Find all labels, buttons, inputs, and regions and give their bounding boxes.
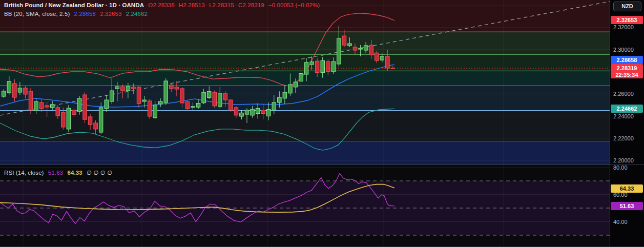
rsi-indicator-header: RSI (14, close) 51.63 64.33 ∅ ∅ ∅ ∅ [4,169,115,176]
rsi-value: 51.63 [48,170,63,176]
rsi-pane[interactable] [0,165,610,246]
bb-lower-badge: 2.24662 [611,105,643,113]
price-axis-label: 2.30000 [613,47,634,53]
candle [83,92,87,123]
candle [229,99,233,112]
rsi-ma-badge: 64.33 [611,184,643,193]
ohlc-low: L2.28315 [209,2,234,8]
bb-basis-badge: 2.28658 [611,56,643,64]
rsi-empty-slots: ∅ ∅ ∅ ∅ [87,170,112,176]
bb-lower-value: 2.24662 [126,11,148,17]
currency-toggle-button[interactable]: NZD [613,2,641,11]
bb-upper-value: 2.32653 [100,11,121,17]
ohlc-high: H2.28513 [179,2,205,8]
price-pane[interactable] [0,0,610,164]
ohlc-open: O2.28338 [148,2,174,8]
bb-label[interactable]: BB (20, SMA, close, 2.5) [4,11,70,17]
candle [148,99,152,119]
price-zone [0,141,610,164]
price-axis-label: 2.32000 [613,24,634,30]
symbol-header: British Pound / New Zealand Dollar · 1D … [4,2,322,8]
price-zone [0,32,610,54]
rsi-chart-svg[interactable] [0,165,610,246]
price-zone [0,111,610,141]
bottom-divider[interactable] [0,246,644,246]
bb-basis-value: 2.28658 [74,11,96,17]
rsi-axis-label: 80.00 [613,164,628,171]
pane-divider[interactable] [0,164,644,165]
symbol-title[interactable]: British Pound / New Zealand Dollar · 1D … [4,2,144,8]
candle [213,91,217,108]
axis-divider [610,0,610,247]
price-axis-label: 2.26000 [613,91,634,97]
trading-chart-window: 2.320002.300002.260002.240002.220002.200… [0,0,644,247]
rsi-value-badge: 51.63 [611,202,643,210]
rsi-band [0,181,610,235]
ohlc-close: C2.28319 [238,2,264,8]
rsi-label[interactable]: RSI (14, close) [4,170,44,176]
candle [164,78,168,105]
candle [77,96,81,115]
rsi-ma-value: 64.33 [67,170,82,176]
bb-indicator-header: BB (20, SMA, close, 2.5) 2.28658 2.32653… [4,11,150,17]
bb-upper-badge: 2.32653 [611,16,643,24]
price-axis[interactable]: 2.320002.300002.260002.240002.220002.200… [610,0,644,247]
price-change: −0.00053 (−0.02%) [268,2,320,8]
price-axis-label: 2.20000 [613,157,634,163]
candle [67,105,71,132]
candle [29,88,33,114]
price-chart-svg[interactable] [0,0,610,164]
last-price-badge: 2.2831922:35:34 [611,64,643,78]
price-zone [0,86,610,111]
rsi-axis-label: 40.00 [613,219,628,225]
price-axis-label: 2.22000 [613,135,634,141]
price-axis-label: 2.24000 [613,113,634,119]
